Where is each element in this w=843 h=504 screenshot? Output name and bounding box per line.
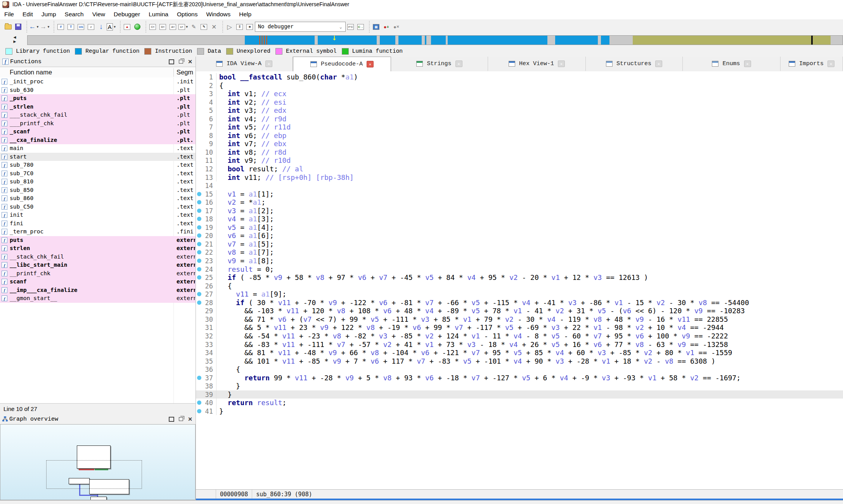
attach-process-icon[interactable]: ↵C: [346, 22, 355, 31]
code-line[interactable]: 29 && -103 * v11 + 120 * v8 + 108 * v6 +…: [196, 307, 843, 315]
code-line[interactable]: 40 return result;: [196, 399, 843, 407]
table-row[interactable]: fsub_C50.text: [0, 203, 196, 211]
save-icon[interactable]: [14, 22, 23, 31]
table-row[interactable]: fsub_7C0.text: [0, 169, 196, 178]
tab-ida-view-a[interactable]: IDA View-A✕: [196, 57, 293, 71]
navband-scroll-arrows[interactable]: ◀▶: [11, 35, 19, 45]
tab-close-icon[interactable]: ✕: [265, 60, 272, 67]
debugger-stop-icon[interactable]: ■: [245, 22, 254, 31]
modules-icon[interactable]: ▤: [372, 22, 381, 31]
code-line[interactable]: 18 v4 = a1[3];: [196, 215, 843, 223]
tab-pseudocode-a[interactable]: Pseudocode-A✕: [293, 57, 391, 71]
open-file-icon[interactable]: [3, 22, 13, 31]
tab-structures[interactable]: Structures✕: [586, 57, 683, 71]
code-line[interactable]: 19 v5 = a1[4];: [196, 223, 843, 232]
table-row[interactable]: fstrlenextern: [0, 244, 196, 253]
table-row[interactable]: f___printf_chk.plt: [0, 119, 196, 128]
menu-file[interactable]: File: [0, 9, 18, 19]
search-text-icon[interactable]: T: [66, 22, 76, 31]
table-row[interactable]: f__gmon_start__extern: [0, 294, 196, 303]
navigate-back-icon[interactable]: ←▼: [29, 22, 39, 31]
delete-breakpoint-icon[interactable]: ●✕: [392, 22, 401, 31]
code-line[interactable]: 28 if ( 30 * v11 + -70 * v9 + -122 * v6 …: [196, 299, 843, 307]
table-row[interactable]: fsub_860.text: [0, 194, 196, 203]
menu-edit[interactable]: Edit: [18, 9, 37, 19]
undefine-icon[interactable]: ✕: [209, 22, 219, 31]
table-row[interactable]: f_strlen.plt: [0, 103, 196, 111]
breakpoint-dot-icon[interactable]: [197, 376, 201, 380]
table-row[interactable]: f__libc_start_mainextern: [0, 261, 196, 269]
search-binary-icon[interactable]: #: [56, 22, 66, 31]
table-row[interactable]: f__stack_chk_failextern: [0, 253, 196, 261]
tab-imports[interactable]: Imports✕: [781, 57, 843, 71]
make-string-icon[interactable]: s+▼: [178, 22, 189, 31]
code-line[interactable]: 36 {: [196, 365, 843, 374]
names-menu-icon[interactable]: A▼: [107, 22, 116, 31]
table-row[interactable]: fscanfextern: [0, 278, 196, 286]
menu-debugger[interactable]: Debugger: [109, 9, 144, 19]
jump-address-icon[interactable]: ↓: [97, 22, 106, 31]
code-line[interactable]: 35 && 101 * v11 + -85 * v9 + 7 * v6 + 11…: [196, 357, 843, 366]
table-row[interactable]: ffini.text: [0, 219, 196, 228]
code-line[interactable]: 25 if ( -85 * v9 + 58 * v8 + 97 * v6 + v…: [196, 273, 843, 282]
menu-help[interactable]: Help: [235, 9, 256, 19]
table-row[interactable]: f_puts.plt: [0, 94, 196, 103]
column-function-name[interactable]: Function name: [10, 69, 52, 76]
table-row[interactable]: f_scanf.plt: [0, 128, 196, 136]
float-window-icon[interactable]: [179, 417, 183, 421]
add-breakpoint-icon[interactable]: ●+: [382, 22, 391, 31]
breakpoint-dot-icon[interactable]: [197, 225, 201, 230]
table-row[interactable]: f___stack_chk_fail.plt: [0, 111, 196, 119]
table-row[interactable]: fsub_850.text: [0, 186, 196, 195]
close-icon[interactable]: ✕: [188, 60, 192, 64]
table-row[interactable]: fsub_630.plt: [0, 86, 196, 95]
code-line[interactable]: 37 return 99 * v11 + -28 * v9 + 5 * v8 +…: [196, 374, 843, 382]
graph-overview-canvas[interactable]: [0, 424, 196, 500]
breakpoint-dot-icon[interactable]: [197, 242, 201, 246]
debugger-selector[interactable]: No debugger ⌄: [255, 22, 346, 32]
maximize-icon[interactable]: [169, 59, 174, 64]
code-line[interactable]: 6 int v4; // r9d: [196, 115, 843, 123]
tab-hex-view-1[interactable]: Hex View-1✕: [488, 57, 586, 71]
breakpoint-dot-icon[interactable]: [197, 267, 201, 271]
menu-lumina[interactable]: Lumina: [144, 9, 173, 19]
patch-icon[interactable]: ✎: [189, 22, 199, 31]
code-line[interactable]: 4 int v2; // esi: [196, 98, 843, 107]
code-line[interactable]: 8 int v6; // ebp: [196, 131, 843, 140]
tab-enums[interactable]: Enums✕: [683, 57, 781, 71]
column-separator[interactable]: [173, 68, 174, 77]
table-row[interactable]: fputsextern: [0, 236, 196, 245]
code-line[interactable]: 2{: [196, 81, 843, 90]
code-line[interactable]: 27 v11 = a1[9];: [196, 290, 843, 299]
code-line[interactable]: 11 int v9; // r10d: [196, 156, 843, 165]
code-line[interactable]: 34 && 81 * v11 + -48 * v9 + 66 * v8 + -1…: [196, 349, 843, 357]
table-row[interactable]: f__imp___cxa_finalizeextern: [0, 286, 196, 295]
graph-overview-header[interactable]: Graph overview ✕: [0, 414, 196, 424]
tab-close-icon[interactable]: ✕: [367, 61, 374, 67]
search-sequence-icon[interactable]: 101: [76, 22, 86, 31]
code-line[interactable]: 5 int v3; // edx: [196, 106, 843, 115]
table-row[interactable]: fmain.text: [0, 144, 196, 153]
menu-jump[interactable]: Jump: [37, 9, 61, 19]
code-line[interactable]: 31 && 5 * v11 + 23 * v9 + 122 * v8 + -19…: [196, 323, 843, 332]
tab-close-icon[interactable]: ✕: [827, 60, 834, 67]
code-line[interactable]: 30 && 71 * v6 + (v7 << 7) + 99 * v5 + -1…: [196, 315, 843, 324]
tab-close-icon[interactable]: ✕: [558, 60, 565, 67]
table-row[interactable]: f_init_proc.init: [0, 78, 196, 86]
navigation-band[interactable]: [27, 35, 843, 45]
menu-windows[interactable]: Windows: [202, 9, 235, 19]
code-line[interactable]: 15 v1 = a1[1];: [196, 190, 843, 198]
tab-close-icon[interactable]: ✕: [744, 60, 751, 67]
table-row[interactable]: f__printf_chkextern: [0, 269, 196, 278]
breakpoint-dot-icon[interactable]: [197, 409, 201, 413]
breakpoint-dot-icon[interactable]: [197, 300, 201, 305]
code-line[interactable]: 26 {: [196, 282, 843, 290]
tab-close-icon[interactable]: ✕: [455, 60, 462, 67]
graph-viewport-rect[interactable]: [46, 460, 142, 489]
code-line[interactable]: 3 int v1; // ecx: [196, 90, 843, 98]
table-row[interactable]: f_term_proc.fini: [0, 228, 196, 236]
breakpoint-dot-icon[interactable]: [197, 259, 201, 263]
code-line[interactable]: 12 bool result; // al: [196, 165, 843, 173]
code-line[interactable]: 14: [196, 181, 843, 190]
code-line[interactable]: 32 && -54 * v11 + -23 * v8 + -82 * v3 + …: [196, 332, 843, 340]
